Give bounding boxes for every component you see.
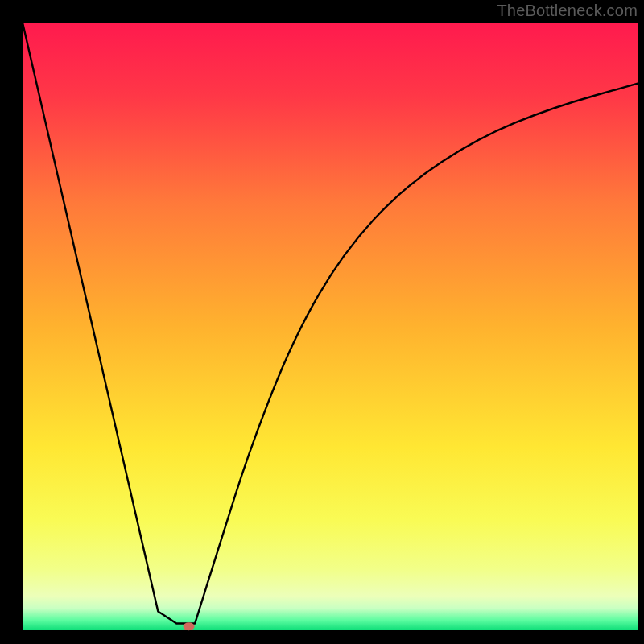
plot-area [23,23,638,630]
chart-svg [0,0,644,644]
chart-container: TheBottleneck.com [0,0,644,644]
marker-dot [184,622,195,630]
watermark-text: TheBottleneck.com [497,2,638,20]
